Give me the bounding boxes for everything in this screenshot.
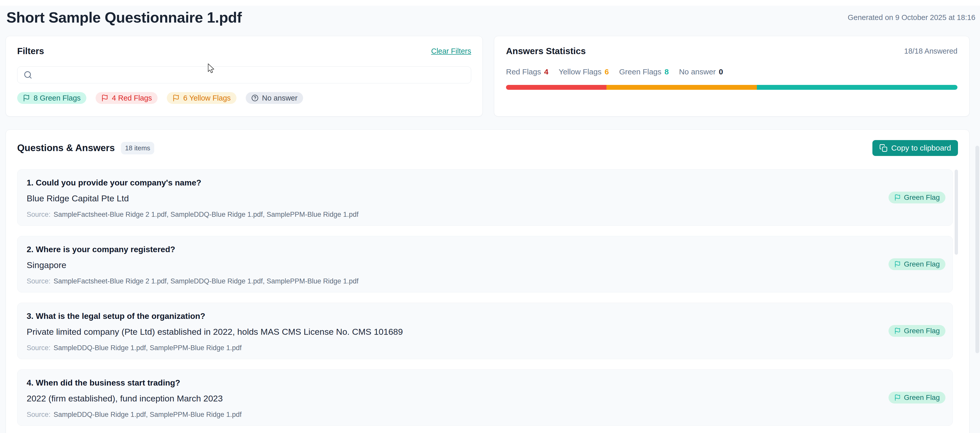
stats-legend: Red Flags 4 Yellow Flags 6 Green Flags 8… <box>506 67 958 76</box>
filter-chip-red-flags[interactable]: 4 Red Flags <box>95 92 158 104</box>
qa-question: 3. What is the legal setup of the organi… <box>27 311 943 321</box>
generated-timestamp: Generated on 9 October 2025 at 18:16 <box>848 13 975 22</box>
qa-list-scrollbar-thumb[interactable] <box>955 169 958 255</box>
flag-icon <box>894 328 901 334</box>
flag-badge-label: Green Flag <box>904 327 940 335</box>
legend-label: Red Flags <box>506 67 541 76</box>
green-flag-badge: Green Flag <box>889 258 945 270</box>
qa-card: 2. Where is your company registered? Sin… <box>17 236 953 292</box>
copy-to-clipboard-button[interactable]: Copy to clipboard <box>872 140 958 156</box>
chip-label: 8 Green Flags <box>33 94 81 102</box>
qa-question: 1. Could you provide your company's name… <box>27 178 943 187</box>
qa-answer: 2022 (firm established), fund inception … <box>27 393 943 404</box>
flag-badge-label: Green Flag <box>904 193 940 201</box>
flag-icon <box>23 94 30 102</box>
clear-filters-link[interactable]: Clear Filters <box>431 47 471 55</box>
questions-answers-panel: Questions & Answers 18 items Copy to cli… <box>6 129 969 433</box>
filter-chip-no-answer[interactable]: No answer <box>246 92 303 104</box>
flag-icon <box>894 194 901 201</box>
qa-source-label: Source: <box>27 411 51 419</box>
copy-button-label: Copy to clipboard <box>891 144 951 152</box>
green-flag-badge: Green Flag <box>889 325 945 337</box>
flag-badge-label: Green Flag <box>904 393 940 402</box>
legend-item-no-answer: No answer 0 <box>679 67 723 76</box>
legend-label: No answer <box>679 67 716 76</box>
stats-bar-yellow <box>606 85 757 90</box>
flag-icon <box>172 94 180 102</box>
flag-icon <box>101 94 108 102</box>
qa-question: 4. When did the business start trading? <box>27 378 943 388</box>
qa-card: 4. When did the business start trading? … <box>17 369 953 426</box>
filter-chip-yellow-flags[interactable]: 6 Yellow Flags <box>167 92 236 104</box>
qa-answer: Private limited company (Pte Ltd) establ… <box>27 326 943 337</box>
filter-chips: 8 Green Flags 4 Red Flags 6 Yellow Flags… <box>17 92 471 104</box>
green-flag-badge: Green Flag <box>889 192 945 203</box>
page-scrollbar-thumb[interactable] <box>975 146 979 353</box>
flag-icon <box>894 394 901 401</box>
legend-value: 4 <box>544 67 549 76</box>
qa-list: 1. Could you provide your company's name… <box>17 169 958 426</box>
qa-source-label: Source: <box>27 277 51 285</box>
qa-count-badge: 18 items <box>121 142 154 154</box>
qa-answer: Singapore <box>27 260 943 270</box>
qa-source-label: Source: <box>27 211 51 218</box>
legend-label: Green Flags <box>619 67 661 76</box>
legend-value: 0 <box>719 67 723 76</box>
answers-statistics-panel: Answers Statistics 18/18 Answered Red Fl… <box>494 36 969 117</box>
qa-answer: Blue Ridge Capital Pte Ltd <box>27 193 943 203</box>
chip-label: 6 Yellow Flags <box>183 94 231 102</box>
qa-heading: Questions & Answers <box>17 143 115 153</box>
legend-item-red: Red Flags 4 <box>506 67 548 76</box>
qa-source-files: SampleDDQ-Blue Ridge 1.pdf, SamplePPM-Bl… <box>54 411 242 419</box>
qa-card: 1. Could you provide your company's name… <box>17 169 953 226</box>
flag-icon <box>894 261 901 268</box>
qa-source-files: SampleFactsheet-Blue Ridge 2 1.pdf, Samp… <box>54 277 358 285</box>
page-title: Short Sample Questionnaire 1.pdf <box>6 9 242 26</box>
filters-heading: Filters <box>17 46 44 56</box>
filters-panel: Filters Clear Filters 8 Green Flags 4 Re… <box>6 36 483 117</box>
search-box[interactable] <box>17 66 471 83</box>
qa-question: 2. Where is your company registered? <box>27 244 943 254</box>
legend-item-yellow: Yellow Flags 6 <box>558 67 609 76</box>
stats-bar-red <box>506 85 606 90</box>
qa-source-label: Source: <box>27 344 51 352</box>
legend-label: Yellow Flags <box>558 67 601 76</box>
stats-heading: Answers Statistics <box>506 46 586 56</box>
answered-count: 18/18 Answered <box>904 47 958 55</box>
chip-label: No answer <box>262 94 298 102</box>
search-input[interactable] <box>37 70 465 80</box>
stats-bar <box>506 85 958 90</box>
legend-item-green: Green Flags 8 <box>619 67 669 76</box>
stats-bar-green <box>757 85 958 90</box>
search-icon <box>24 70 32 79</box>
flag-badge-label: Green Flag <box>904 260 940 268</box>
legend-value: 6 <box>605 67 609 76</box>
top-strip <box>0 0 980 6</box>
copy-icon <box>879 144 888 152</box>
qa-source-files: SampleFactsheet-Blue Ridge 2 1.pdf, Samp… <box>54 211 358 218</box>
help-circle-icon <box>251 94 259 102</box>
legend-value: 8 <box>665 67 669 76</box>
green-flag-badge: Green Flag <box>889 392 945 404</box>
chip-label: 4 Red Flags <box>112 94 152 102</box>
qa-card: 3. What is the legal setup of the organi… <box>17 303 953 359</box>
qa-source-files: SampleDDQ-Blue Ridge 1.pdf, SamplePPM-Bl… <box>54 344 242 352</box>
filter-chip-green-flags[interactable]: 8 Green Flags <box>17 92 86 104</box>
